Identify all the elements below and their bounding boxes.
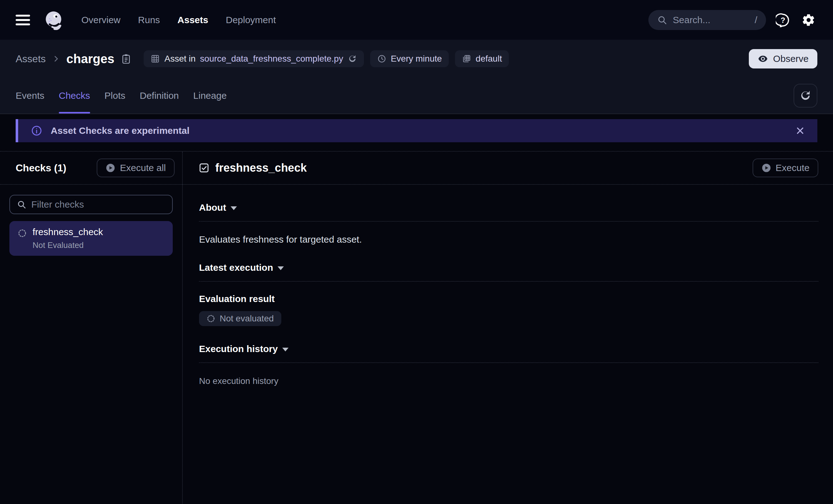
gear-icon[interactable] xyxy=(800,11,817,29)
divider xyxy=(199,362,818,363)
freshness-policy-label: Every minute xyxy=(391,54,442,64)
check-detail-content: About Evaluates freshness for targeted a… xyxy=(183,185,833,386)
execution-history-empty: No execution history xyxy=(199,376,818,386)
primary-nav: Overview Runs Assets Deployment xyxy=(81,15,276,25)
check-title: freshness_check xyxy=(215,161,307,174)
about-heading-label: About xyxy=(199,202,226,213)
execute-all-button[interactable]: Execute all xyxy=(97,158,174,177)
tab-events[interactable]: Events xyxy=(16,78,44,114)
observe-button-label: Observe xyxy=(773,53,809,64)
latest-execution-label: Latest execution xyxy=(199,262,273,273)
search-icon xyxy=(17,200,26,209)
divider xyxy=(199,221,818,222)
asset-in-label: Asset in xyxy=(164,54,196,64)
page-title: charges xyxy=(66,52,114,66)
chevron-down-icon xyxy=(278,267,284,270)
execute-button[interactable]: Execute xyxy=(753,158,818,177)
filter-checks-field[interactable] xyxy=(9,195,173,214)
execution-history-heading[interactable]: Execution history xyxy=(199,344,818,354)
status-badge-label: Not evaluated xyxy=(220,313,274,324)
nav-item-deployment[interactable]: Deployment xyxy=(225,15,276,25)
check-title-group: freshness_check xyxy=(198,161,307,174)
copy-icon[interactable] xyxy=(120,53,132,65)
asset-definition-badge: Asset in source_data_freshness_complete.… xyxy=(144,50,364,67)
play-circle-icon xyxy=(761,163,771,173)
clock-icon xyxy=(377,54,386,64)
filter-checks-input[interactable] xyxy=(31,199,165,210)
check-list-item[interactable]: freshness_check Not Evaluated xyxy=(9,221,173,256)
chevron-down-icon xyxy=(282,348,288,351)
top-nav: Overview Runs Assets Deployment / ? xyxy=(0,0,833,40)
asset-badges: Asset in source_data_freshness_complete.… xyxy=(144,50,509,67)
eye-icon xyxy=(758,53,768,64)
tab-lineage[interactable]: Lineage xyxy=(193,78,227,114)
observe-button[interactable]: Observe xyxy=(749,49,817,69)
freshness-policy-badge: Every minute xyxy=(370,50,449,67)
asset-tabs: Events Checks Plots Definition Lineage xyxy=(0,78,833,114)
check-description: Evaluates freshness for targeted asset. xyxy=(199,234,818,245)
info-icon xyxy=(31,125,43,136)
banner-message: Asset Checks are experimental xyxy=(51,125,190,136)
asset-grid-icon xyxy=(150,54,160,64)
banner-container: Asset Checks are experimental xyxy=(0,114,833,142)
tab-plots[interactable]: Plots xyxy=(104,78,125,114)
status-badge: Not evaluated xyxy=(199,311,281,326)
refresh-button[interactable] xyxy=(793,84,817,107)
search-input[interactable] xyxy=(673,15,749,25)
check-item-name: freshness_check xyxy=(32,227,103,237)
svg-text:?: ? xyxy=(781,16,785,24)
nav-item-assets[interactable]: Assets xyxy=(177,15,208,25)
not-evaluated-icon xyxy=(207,314,215,323)
nav-item-runs[interactable]: Runs xyxy=(138,15,160,25)
search-shortcut-hint: / xyxy=(755,15,757,25)
refresh-icon xyxy=(799,90,812,102)
chevron-down-icon xyxy=(231,206,237,210)
tab-definition[interactable]: Definition xyxy=(140,78,179,114)
checkbox-icon xyxy=(198,162,210,174)
experimental-banner: Asset Checks are experimental xyxy=(16,119,817,142)
asset-file-link[interactable]: source_data_freshness_complete.py xyxy=(200,54,343,64)
not-evaluated-icon xyxy=(18,229,27,250)
check-detail-header: freshness_check Execute xyxy=(183,152,833,185)
play-circle-icon xyxy=(105,163,116,173)
execution-history-label: Execution history xyxy=(199,344,278,354)
evaluation-result-label: Evaluation result xyxy=(199,294,818,304)
code-location-label: default xyxy=(476,54,502,64)
check-item-status: Not Evaluated xyxy=(32,241,103,250)
checks-sidebar: Checks (1) Execute all freshness_check N… xyxy=(0,152,183,503)
global-search[interactable]: / xyxy=(648,10,766,30)
sidebar-header: Checks (1) Execute all xyxy=(0,152,182,185)
asset-header: Assets charges Asset in source_data_fres… xyxy=(0,40,833,114)
dagster-logo-icon[interactable] xyxy=(43,10,64,30)
checks-count-title: Checks (1) xyxy=(16,162,66,174)
breadcrumb: Assets charges Asset in source_data_fres… xyxy=(0,40,833,78)
close-icon[interactable] xyxy=(792,123,808,138)
search-icon xyxy=(657,15,667,25)
execute-label: Execute xyxy=(776,162,810,173)
tab-checks[interactable]: Checks xyxy=(59,78,90,114)
help-icon[interactable]: ? xyxy=(774,11,792,29)
menu-icon[interactable] xyxy=(16,15,30,25)
chevron-right-icon xyxy=(51,54,61,64)
checks-panels: Checks (1) Execute all freshness_check N… xyxy=(0,151,833,503)
check-detail-panel: freshness_check Execute About Evaluates … xyxy=(183,152,833,503)
reload-icon[interactable] xyxy=(348,54,357,64)
code-location-badge: default xyxy=(455,50,509,67)
breadcrumb-assets-link[interactable]: Assets xyxy=(16,53,46,65)
divider xyxy=(199,281,818,282)
latest-execution-heading[interactable]: Latest execution xyxy=(199,262,818,273)
execute-all-label: Execute all xyxy=(120,162,166,173)
code-location-icon xyxy=(462,54,471,64)
nav-item-overview[interactable]: Overview xyxy=(81,15,120,25)
about-section-heading[interactable]: About xyxy=(199,202,818,213)
